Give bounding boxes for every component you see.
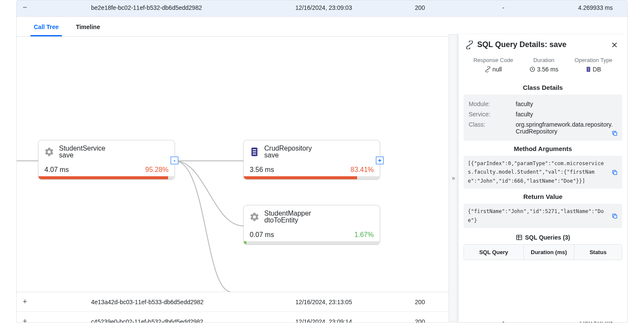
node-percentage: 1.67% — [354, 231, 374, 239]
details-panel: SQL Query Details: save Response Code nu… — [458, 34, 627, 322]
expand-node-button[interactable]: + — [376, 157, 384, 164]
svg-rect-12 — [517, 235, 522, 240]
return-value-box: {"firstName":"John","id":5271,"lastName"… — [464, 204, 622, 228]
node-time: 0.07 ms — [250, 231, 274, 239]
trace-placeholder: - — [461, 4, 546, 11]
node-studentmapper-dtotoentity[interactable]: StudentMapper dtoToEntity 0.07 ms 1.67% — [243, 205, 380, 245]
node-time: 4.07 ms — [44, 166, 69, 174]
node-crudrepository-save[interactable]: CrudRepository save 3.56 ms 83.41% + — [243, 140, 380, 180]
trace-timestamp: 12/16/2024, 23:09:14 — [268, 318, 379, 323]
sql-col-duration: Duration (ms) — [524, 245, 574, 260]
sql-queries-title: SQL Queries (3) — [525, 234, 570, 241]
tab-timeline[interactable]: Timeline — [67, 17, 109, 36]
return-value-title: Return Value — [464, 189, 622, 204]
collapse-panel-button[interactable]: » — [449, 34, 458, 322]
duration-label: Duration — [529, 57, 558, 63]
sql-col-status: Status — [574, 245, 622, 260]
return-value-text: {"firstName":"John","id":5271,"lastName"… — [468, 208, 604, 223]
panel-title: SQL Query Details: save — [477, 40, 609, 49]
copy-class-button[interactable] — [612, 130, 618, 136]
expand-row-button[interactable]: + — [23, 297, 29, 306]
svg-rect-1 — [253, 149, 256, 150]
database-icon — [586, 66, 591, 72]
module-label: Module: — [469, 101, 516, 107]
class-label: Class: — [469, 121, 516, 135]
trace-timestamp: 12/16/2024, 23:13:05 — [268, 299, 379, 305]
trace-status: 200 — [379, 4, 461, 11]
svg-rect-6 — [588, 68, 590, 68]
node-method-name: dtoToEntity — [264, 216, 311, 224]
copy-return-button[interactable] — [612, 213, 618, 219]
trace-duration: 4.269933 ms — [546, 4, 621, 11]
class-details-title: Class Details — [464, 80, 622, 95]
close-panel-button[interactable] — [609, 41, 620, 49]
method-args-title: Method Arguments — [464, 141, 622, 156]
sql-col-query: SQL Query — [464, 245, 524, 260]
trace-timestamp: 12/16/2024, 23:09:03 — [268, 4, 379, 11]
collapse-row-button[interactable]: − — [23, 3, 29, 12]
node-method-name: save — [264, 151, 312, 159]
class-value: org.springframework.data.repository.Crud… — [516, 121, 617, 135]
plug-icon — [485, 66, 491, 72]
operation-type-value: DB — [593, 66, 601, 73]
plug-icon — [465, 41, 474, 49]
svg-rect-9 — [614, 132, 617, 136]
service-value: faculty — [516, 111, 617, 118]
service-label: Service: — [469, 111, 516, 118]
method-args-box: [{"parIndex":0,"paramType":"com.microser… — [464, 156, 622, 189]
meta-row: Response Code null Duration 3.56 ms — [464, 54, 622, 80]
node-progress-fill — [244, 176, 357, 179]
gear-icon — [44, 146, 55, 157]
node-percentage: 83.41% — [351, 166, 374, 174]
svg-rect-7 — [588, 69, 590, 69]
table-icon — [516, 234, 523, 241]
selected-trace-row[interactable]: − be2e18fe-bc02-11ef-b532-db6d5edd2982 1… — [17, 0, 627, 17]
module-value: faculty — [516, 101, 617, 107]
svg-rect-11 — [614, 215, 617, 218]
svg-rect-3 — [253, 154, 256, 154]
chevron-right-double-icon: » — [452, 175, 455, 181]
expand-row-button[interactable]: + — [23, 317, 29, 323]
gear-icon — [249, 211, 260, 222]
response-code-label: Response Code — [473, 57, 513, 63]
operation-type-label: Operation Type — [574, 57, 612, 63]
sql-queries-table: SQL Query Duration (ms) Status — [464, 244, 622, 260]
tab-bar: Call Tree Timeline — [17, 17, 627, 37]
node-method-name: save — [59, 151, 106, 159]
copy-args-button[interactable] — [612, 169, 618, 175]
tab-call-tree[interactable]: Call Tree — [25, 17, 67, 36]
node-percentage: 95.28% — [145, 166, 168, 174]
response-code-value: null — [493, 66, 502, 73]
sql-queries-header: SQL Queries (3) — [464, 228, 622, 244]
node-time: 3.56 ms — [250, 166, 274, 174]
svg-rect-2 — [253, 151, 256, 152]
node-progress-fill — [244, 241, 246, 244]
trace-id: be2e18fe-bc02-11ef-b532-db6d5edd2982 — [29, 4, 268, 11]
trace-id: 4e13a42d-bc03-11ef-b533-db6d5edd2982 — [29, 299, 268, 305]
duration-value: 3.56 ms — [537, 66, 558, 73]
svg-rect-10 — [614, 171, 617, 175]
node-studentservice-save[interactable]: StudentService save 4.07 ms 95.28% - — [38, 140, 175, 180]
method-args-value: [{"parIndex":0,"paramType":"com.microser… — [468, 160, 604, 184]
trace-id: c45239e0-bc02-11ef-b532-db6d5edd2982 — [29, 318, 268, 323]
database-icon — [249, 146, 260, 157]
svg-rect-8 — [588, 70, 590, 71]
node-progress-fill — [38, 176, 168, 179]
clock-icon — [529, 66, 535, 72]
collapse-node-button[interactable]: - — [171, 157, 178, 164]
class-details-box: Module: faculty Service: faculty Class: … — [464, 95, 622, 141]
